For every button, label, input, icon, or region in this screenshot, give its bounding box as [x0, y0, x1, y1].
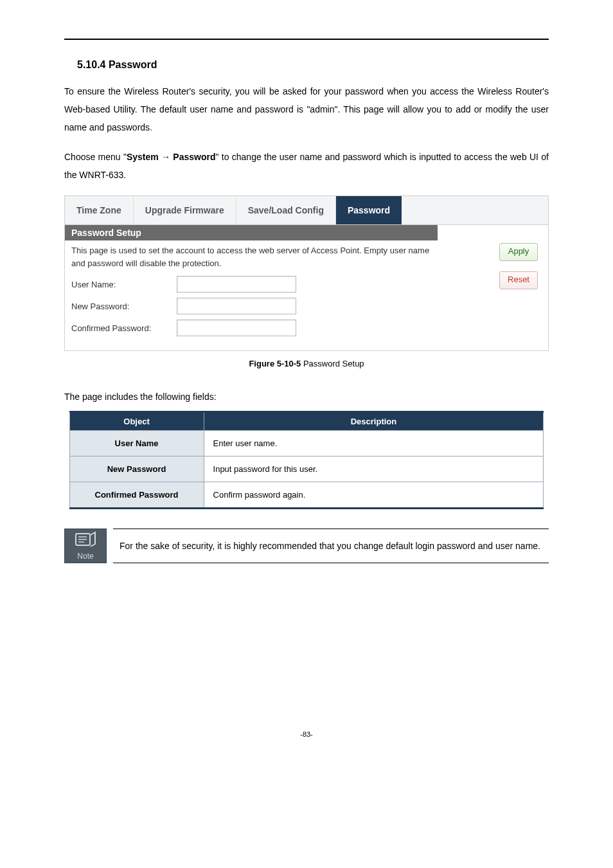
p2-a: Choose menu "	[64, 152, 127, 162]
cell-description: Input password for this user.	[204, 457, 544, 482]
note-icon: Note	[64, 529, 107, 563]
new-password-label: New Password:	[71, 302, 168, 311]
cell-description: Enter user name.	[204, 431, 544, 457]
figure-title: Password Setup	[301, 359, 364, 368]
confirmed-password-input[interactable]	[177, 320, 296, 336]
cell-object: New Password	[69, 457, 204, 482]
th-object: Object	[69, 412, 204, 431]
fields-table: Object Description User Name Enter user …	[69, 411, 544, 509]
tab-save-load-config[interactable]: Save/Load Config	[236, 196, 336, 224]
intro-paragraph-1: To ensure the Wireless Router's security…	[64, 82, 549, 136]
user-name-input[interactable]	[177, 276, 296, 293]
fields-intro: The page includes the following fields:	[64, 388, 549, 406]
new-password-input[interactable]	[177, 298, 296, 314]
apply-button[interactable]: Apply	[499, 243, 538, 261]
panel-description: This page is used to set the account to …	[71, 244, 431, 269]
table-row: Confirmed Password Confirm password agai…	[69, 482, 544, 509]
tab-time-zone[interactable]: Time Zone	[65, 196, 134, 224]
figure-caption: Figure 5-10-5 Password Setup	[64, 359, 549, 368]
password-setup-screenshot: Time Zone Upgrade Firmware Save/Load Con…	[64, 195, 549, 351]
table-row: User Name Enter user name.	[69, 431, 544, 457]
tab-bar: Time Zone Upgrade Firmware Save/Load Con…	[65, 196, 548, 225]
note-label: Note	[77, 552, 93, 561]
cell-object: User Name	[69, 431, 204, 457]
table-row: New Password Input password for this use…	[69, 457, 544, 482]
reset-button[interactable]: Reset	[499, 271, 538, 289]
page-number: -83-	[64, 730, 549, 738]
note-text: For the sake of security, it is highly r…	[120, 537, 540, 555]
cell-object: Confirmed Password	[69, 482, 204, 509]
section-heading: 5.10.4 Password	[77, 59, 549, 71]
panel-title: Password Setup	[65, 225, 438, 240]
figure-number: Figure 5-10-5	[249, 359, 301, 368]
note-block: Note For the sake of security, it is hig…	[64, 529, 549, 563]
th-description: Description	[204, 412, 544, 431]
arrow-icon: →	[159, 152, 173, 162]
top-rule	[64, 39, 549, 40]
p2-password: Password	[173, 152, 215, 162]
confirmed-password-label: Confirmed Password:	[71, 323, 168, 333]
user-name-label: User Name:	[71, 280, 168, 289]
tab-upgrade-firmware[interactable]: Upgrade Firmware	[134, 196, 236, 224]
intro-paragraph-2: Choose menu "System → Password" to chang…	[64, 148, 549, 184]
tab-password[interactable]: Password	[336, 196, 402, 224]
cell-description: Confirm password again.	[204, 482, 544, 509]
p2-system: System	[127, 152, 159, 162]
